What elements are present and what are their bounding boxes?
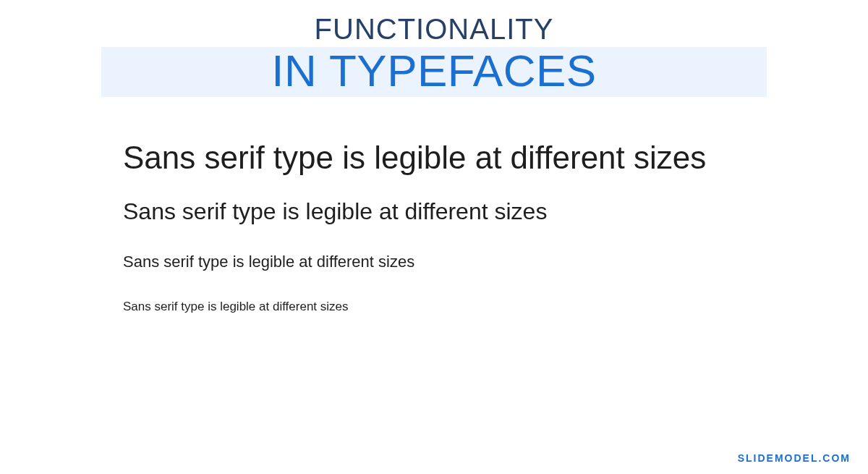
- footer-brand: SLIDEMODEL.COM: [738, 452, 851, 464]
- type-sample-small: Sans serif type is legible at different …: [123, 253, 868, 271]
- slide-body: Sans serif type is legible at different …: [0, 97, 868, 314]
- type-sample-large: Sans serif type is legible at different …: [123, 139, 868, 177]
- slide-header: FUNCTIONALITY IN TYPEFACES: [0, 0, 868, 97]
- slide-title-band: IN TYPEFACES: [101, 47, 767, 97]
- type-sample-medium: Sans serif type is legible at different …: [123, 198, 868, 225]
- slide-title-main: IN TYPEFACES: [101, 47, 767, 94]
- type-sample-xsmall: Sans serif type is legible at different …: [123, 300, 868, 314]
- slide-title-overline: FUNCTIONALITY: [0, 13, 868, 46]
